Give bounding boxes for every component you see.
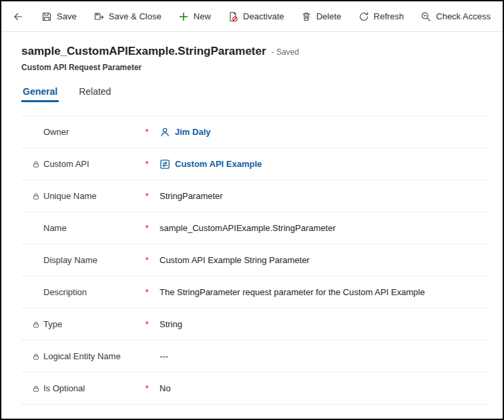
person-icon (160, 127, 170, 138)
field-label: Name (43, 223, 138, 233)
form-field-row: Name * sample_CustomAPIExample.StringPar… (21, 212, 489, 244)
form-field-row: Display Name * Custom API Example String… (21, 244, 489, 276)
tab-related[interactable]: Related (77, 85, 112, 102)
field-value[interactable]: Custom API Example (160, 159, 262, 170)
required-asterisk: * (138, 191, 156, 201)
form-section: Owner * Jim Daly Custom API * Custom API… (21, 116, 489, 405)
field-label: Logical Entity Name (43, 351, 138, 361)
field-label: Description (43, 287, 138, 297)
command-list: Save Save & Close New Deactivate Delete … (39, 7, 493, 26)
field-label: Custom API (43, 159, 138, 169)
field-value: No (160, 383, 171, 393)
field-value[interactable]: Jim Daly (160, 127, 210, 138)
field-label: Unique Name (43, 191, 138, 201)
entity-type-label: Custom API Request Parameter (21, 62, 483, 73)
custom-api-icon (160, 159, 170, 170)
form-field-row: Type * String (21, 308, 489, 341)
lock-icon (32, 192, 43, 200)
back-button[interactable] (7, 5, 29, 28)
command-bar: Save Save & Close New Deactivate Delete … (1, 1, 503, 32)
lock-icon (32, 353, 43, 361)
field-value: --- (160, 351, 168, 361)
required-asterisk: * (138, 223, 156, 233)
plus-icon (178, 11, 189, 22)
lock-icon (32, 385, 43, 393)
delete-icon (301, 11, 312, 22)
deactivate-button[interactable]: Deactivate (225, 7, 286, 26)
tab-strip: General Related (1, 85, 503, 102)
required-asterisk: * (138, 255, 156, 265)
back-arrow-icon (13, 11, 23, 22)
lock-icon (32, 321, 43, 329)
tab-general[interactable]: General (21, 85, 59, 102)
check-access-icon (421, 11, 431, 22)
required-asterisk: * (138, 127, 156, 137)
save-icon (41, 11, 52, 22)
field-value[interactable]: Custom API Example String Parameter (160, 255, 310, 265)
required-asterisk: * (138, 383, 156, 393)
check-access-button[interactable]: Check Access (418, 7, 493, 26)
app-window: Save Save & Close New Deactivate Delete … (0, 0, 504, 420)
required-asterisk: * (138, 287, 156, 297)
required-asterisk: * (138, 159, 156, 169)
record-header: sample_CustomAPIExample.StringParameter … (1, 32, 503, 73)
save-button[interactable]: Save (39, 7, 79, 26)
field-value[interactable]: sample_CustomAPIExample.StringParameter (160, 223, 336, 233)
delete-button[interactable]: Delete (298, 7, 344, 26)
field-label: Display Name (43, 255, 138, 265)
form-field-row: Custom API * Custom API Example (21, 148, 489, 180)
form-field-row: Logical Entity Name * --- (21, 341, 489, 373)
form-field-row: Is Optional * No (21, 373, 489, 405)
field-label: Type (43, 319, 138, 329)
required-asterisk: * (138, 319, 156, 329)
field-value: String (160, 319, 182, 329)
field-label: Is Optional (43, 383, 138, 393)
form-field-row: Unique Name * StringParameter (21, 180, 489, 212)
deactivate-icon (228, 11, 238, 22)
lock-icon (32, 160, 43, 168)
refresh-icon (358, 11, 369, 22)
form-field-row: Description * The StringParameter reques… (21, 276, 489, 308)
field-value: StringParameter (160, 191, 223, 201)
page-title: sample_CustomAPIExample.StringParameter (21, 44, 266, 59)
field-label: Owner (43, 127, 138, 137)
save-and-close-button[interactable]: Save & Close (91, 7, 164, 26)
new-button[interactable]: New (176, 7, 214, 26)
title-row: sample_CustomAPIExample.StringParameter … (21, 44, 483, 59)
field-value[interactable]: The StringParameter request parameter fo… (160, 287, 425, 297)
save-status: - Saved (272, 47, 299, 57)
save-close-icon (93, 11, 104, 22)
form-field-row: Owner * Jim Daly (21, 116, 489, 148)
refresh-button[interactable]: Refresh (356, 7, 407, 26)
